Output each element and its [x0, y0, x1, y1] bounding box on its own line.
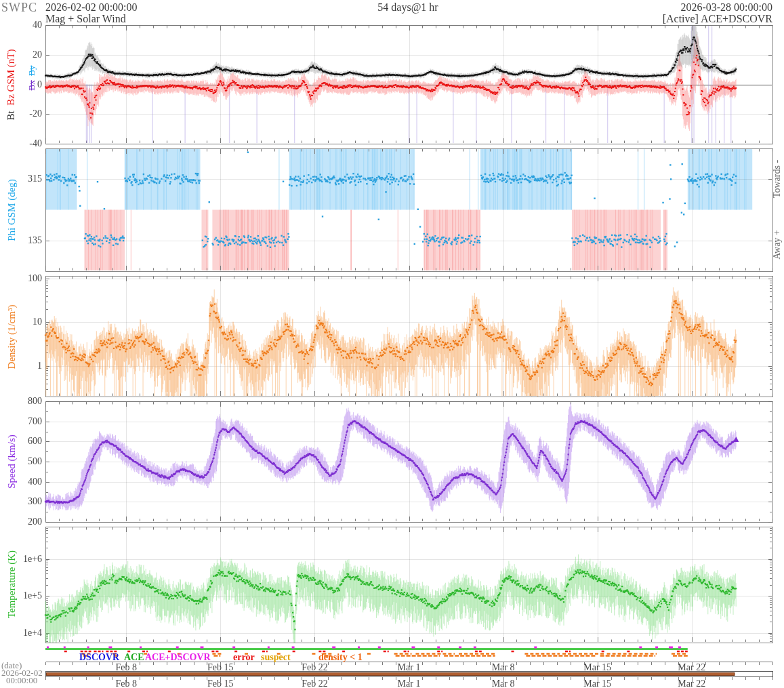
panel-mag-plot-area[interactable] — [45, 25, 772, 144]
date-tick-label: Mar 22 — [668, 679, 716, 688]
date-tick-label: Mar 15 — [574, 679, 621, 688]
temperature-axis-label: Temperature (K) — [5, 510, 18, 659]
bx-series-toggle[interactable]: Bx — [26, 80, 37, 90]
bz-series-toggle[interactable]: Bz GSM (nT) — [5, 49, 16, 106]
plot-duration: 54 days@1 hr — [316, 1, 499, 14]
date-tick-label: Feb 15 — [197, 679, 244, 688]
mag-hidden-series: Bx By — [27, 37, 37, 119]
legend-error[interactable]: error — [233, 652, 255, 663]
plot-title: Mag + Solar Wind — [45, 13, 126, 25]
timeline-scrubber[interactable] — [45, 670, 772, 678]
date-tick-label: Mar 1 — [386, 679, 433, 688]
swpc-solar-wind-dashboard: SWPC 2026-02-02 00:00:00 54 days@1 hr 20… — [0, 0, 784, 688]
by-series-toggle[interactable]: By — [26, 66, 37, 76]
legend-suspect[interactable]: suspect — [261, 652, 291, 663]
legend-density-lt-1[interactable]: density < 1 — [318, 652, 363, 663]
date-tick-label: Feb 22 — [291, 679, 338, 688]
plot-start-datetime: 2026-02-02 00:00:00 — [45, 1, 138, 14]
bt-series-toggle[interactable]: Bt — [5, 110, 16, 120]
phi-away-label: Away + — [771, 170, 783, 319]
date-tick-label: Mar 8 — [480, 679, 527, 688]
panel-phi-plot-area[interactable] — [45, 148, 772, 271]
plot-end-datetime: 2026-03-28 00:00:00 — [680, 1, 772, 14]
panel-speed-plot-area[interactable] — [45, 401, 772, 522]
axis-start-time: 00:00:00 — [6, 675, 37, 686]
data-source-status: [Active] ACE+DSCOVR — [663, 13, 772, 25]
legend-ace-dscovr[interactable]: ACE+DSCOVR — [145, 652, 211, 663]
panel-temperature-plot-area[interactable] — [45, 527, 772, 643]
panel-density-plot-area[interactable] — [45, 276, 772, 397]
date-tick-label: Feb 8 — [102, 679, 150, 688]
legend-dscovr[interactable]: DSCOVR — [79, 652, 119, 663]
legend-ace[interactable]: ACE — [124, 652, 144, 663]
